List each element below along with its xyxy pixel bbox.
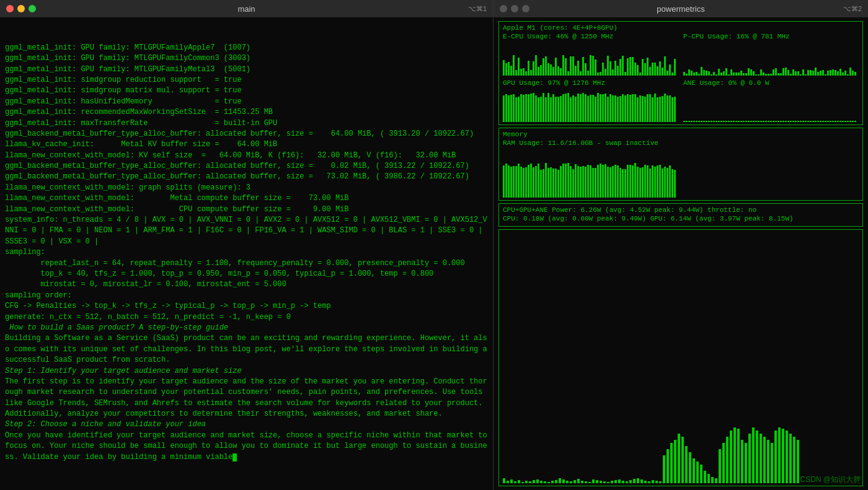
bar — [567, 71, 569, 76]
bar — [708, 71, 710, 76]
bar — [607, 167, 609, 198]
bar — [533, 167, 534, 198]
bar — [718, 69, 720, 76]
bar — [535, 55, 537, 76]
bar — [693, 121, 695, 122]
right-min-button[interactable] — [511, 5, 518, 12]
bar — [547, 63, 549, 76]
terminal-line: ggml_metal_init: simdgroup matrix mul. s… — [5, 85, 488, 96]
bar — [518, 164, 520, 198]
bar — [555, 168, 557, 198]
power-bar — [644, 481, 647, 483]
bar — [723, 121, 725, 122]
terminal-line: sampling order: — [5, 291, 488, 301]
bar — [562, 94, 564, 122]
power-bar — [752, 427, 755, 483]
bar — [815, 68, 817, 76]
bar — [659, 97, 661, 122]
bar — [674, 97, 676, 122]
bar — [629, 57, 631, 76]
bar — [662, 96, 663, 122]
bar — [713, 72, 715, 76]
close-button[interactable] — [6, 5, 14, 12]
power-bar — [611, 481, 613, 483]
bar — [805, 74, 807, 76]
bar — [748, 121, 750, 122]
power-bar — [577, 479, 580, 483]
bar — [664, 56, 666, 76]
bar — [688, 121, 690, 122]
bar — [639, 168, 641, 198]
bar — [604, 69, 606, 76]
bar — [683, 121, 685, 122]
bar — [662, 68, 663, 76]
bar — [632, 165, 634, 198]
bar — [577, 61, 579, 76]
bar — [715, 121, 717, 122]
bar — [802, 69, 804, 76]
power-bar — [570, 481, 572, 483]
bar — [711, 121, 712, 122]
bar — [639, 95, 641, 122]
minimize-button[interactable] — [17, 5, 25, 12]
bar — [595, 168, 596, 198]
window-controls[interactable] — [6, 5, 36, 12]
power-bar — [510, 479, 513, 483]
power-bar — [689, 452, 691, 483]
power-bar — [640, 479, 643, 483]
memory-bars — [503, 148, 859, 198]
terminal-output[interactable]: ggml_metal_init: GPU family: MTLGPUFamil… — [0, 17, 493, 490]
bar — [807, 121, 809, 122]
bar — [733, 72, 735, 76]
bar — [740, 121, 742, 122]
bar — [852, 71, 854, 76]
bar — [825, 74, 826, 76]
bar — [607, 56, 609, 76]
bar — [530, 164, 532, 198]
bar — [557, 170, 559, 198]
bar — [647, 58, 649, 76]
bar — [765, 74, 767, 76]
bar — [691, 71, 693, 76]
bar — [745, 73, 747, 76]
terminal-line: Building a Software as a Service (SaaS) … — [5, 333, 488, 365]
bar — [847, 121, 849, 122]
power-bar — [678, 434, 680, 483]
bar — [612, 95, 614, 122]
bar — [652, 63, 653, 76]
bar — [763, 121, 764, 122]
right-window-controls[interactable] — [500, 5, 529, 12]
bar — [505, 63, 507, 76]
bar — [854, 121, 856, 122]
bar — [782, 121, 784, 122]
bar — [632, 94, 634, 122]
bar — [523, 95, 525, 122]
bar — [550, 97, 552, 122]
bar — [755, 74, 757, 76]
power-bar — [544, 481, 546, 483]
terminal-line: ggml_backend_metal_buffer_type_alloc_buf… — [5, 129, 488, 139]
right-close-button[interactable] — [500, 5, 507, 12]
power-bar — [789, 434, 792, 483]
bar — [797, 121, 799, 122]
power-line2: CPU: 0.18W (avg: 0.60W peak: 9.49W) GPU:… — [503, 215, 859, 222]
bar — [825, 121, 826, 122]
bar — [565, 164, 567, 198]
power-bar — [592, 479, 595, 483]
bar — [666, 95, 668, 122]
bar — [659, 165, 661, 198]
bar — [595, 97, 596, 122]
bar — [738, 121, 740, 122]
bar — [703, 121, 705, 122]
bar — [753, 121, 755, 122]
power-bar — [633, 479, 636, 483]
bar — [560, 96, 562, 122]
power-bar — [626, 481, 628, 483]
power-bar — [655, 481, 658, 483]
maximize-button[interactable] — [29, 5, 36, 12]
bar — [671, 97, 673, 122]
bar — [642, 167, 644, 198]
right-max-button[interactable] — [522, 5, 529, 12]
bar — [847, 74, 849, 76]
terminal-line: llama_new_context_with_model: CPU comput… — [5, 204, 488, 215]
